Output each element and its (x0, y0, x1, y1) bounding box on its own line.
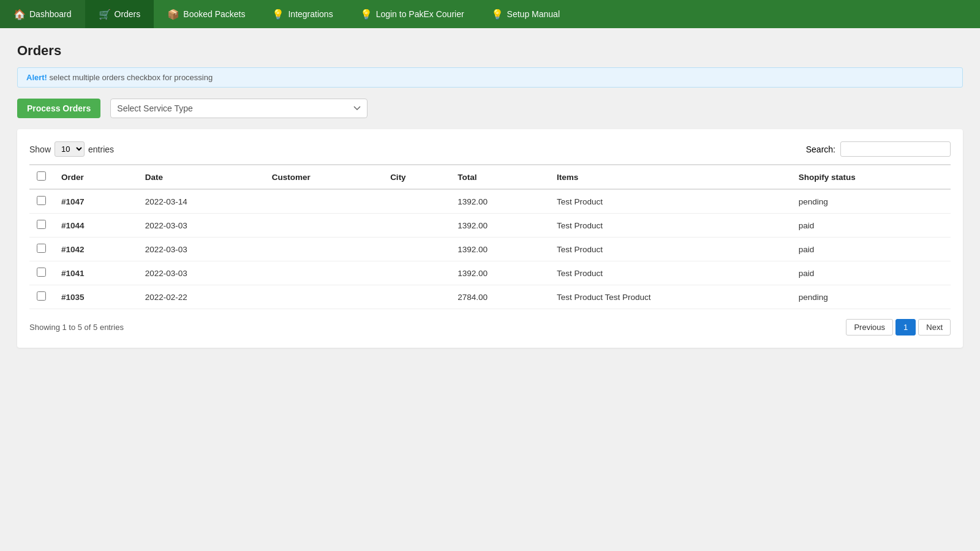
main-nav: 🏠 Dashboard 🛒 Orders 📦 Booked Packets 💡 … (0, 0, 980, 28)
col-date: Date (138, 165, 265, 189)
row-checkbox-cell (29, 189, 54, 214)
pagination-buttons: Previous 1 Next (846, 319, 951, 335)
row-checkbox-0[interactable] (37, 196, 46, 205)
nav-integrations[interactable]: 💡 Integrations (258, 0, 346, 28)
row-status: pending (791, 285, 951, 309)
row-checkbox-3[interactable] (37, 268, 46, 277)
nav-orders[interactable]: 🛒 Orders (85, 0, 154, 28)
search-input[interactable] (840, 141, 951, 157)
page-title: Orders (17, 43, 963, 59)
entries-select[interactable]: 10 25 50 (55, 141, 85, 157)
row-customer (265, 238, 383, 261)
nav-setup-manual[interactable]: 💡 Setup Manual (478, 0, 573, 28)
previous-button[interactable]: Previous (846, 319, 893, 335)
row-checkbox-cell (29, 261, 54, 285)
row-city (383, 261, 450, 285)
row-order: #1044 (54, 214, 138, 238)
nav-booked-packets-label: Booked Packets (183, 9, 245, 19)
pagination: Showing 1 to 5 of 5 entries Previous 1 N… (29, 319, 951, 335)
col-total: Total (450, 165, 549, 189)
nav-dashboard[interactable]: 🏠 Dashboard (0, 0, 85, 28)
alert-text: select multiple orders checkbox for proc… (50, 73, 213, 82)
table-controls: Show 10 25 50 entries Search: (29, 141, 951, 157)
alert-banner: Alert! select multiple orders checkbox f… (17, 67, 963, 88)
orders-page: Orders Alert! select multiple orders che… (0, 28, 980, 362)
row-checkbox-cell (29, 214, 54, 238)
row-city (383, 238, 450, 261)
orders-card: Show 10 25 50 entries Search: (17, 129, 963, 348)
row-order: #1042 (54, 238, 138, 261)
row-checkbox-cell (29, 285, 54, 309)
row-items: Test Product (549, 214, 791, 238)
home-icon: 🏠 (13, 9, 26, 20)
nav-integrations-label: Integrations (288, 9, 333, 19)
next-button[interactable]: Next (918, 319, 951, 335)
row-items: Test Product Test Product (549, 285, 791, 309)
table-header-row: Order Date Customer City Total Items Sho… (29, 165, 951, 189)
select-all-checkbox[interactable] (37, 171, 46, 181)
page-1-button[interactable]: 1 (895, 319, 916, 335)
row-city (383, 285, 450, 309)
orders-icon: 🛒 (99, 9, 111, 20)
row-checkbox-4[interactable] (37, 291, 46, 301)
row-total: 1392.00 (450, 189, 549, 214)
nav-login-pakex-label: Login to PakEx Courier (376, 9, 464, 19)
col-shopify-status: Shopify status (791, 165, 951, 189)
show-entries: Show 10 25 50 entries (29, 141, 114, 157)
process-orders-button[interactable]: Process Orders (17, 99, 100, 118)
row-items: Test Product (549, 261, 791, 285)
row-total: 2784.00 (450, 285, 549, 309)
login-icon: 💡 (360, 9, 372, 20)
entries-label: entries (88, 144, 114, 154)
row-customer (265, 214, 383, 238)
row-customer (265, 189, 383, 214)
row-total: 1392.00 (450, 214, 549, 238)
row-checkbox-2[interactable] (37, 244, 46, 253)
row-date: 2022-03-14 (138, 189, 265, 214)
row-status: pending (791, 189, 951, 214)
table-body: #1047 2022-03-14 1392.00 Test Product pe… (29, 189, 951, 309)
table-row: #1035 2022-02-22 2784.00 Test Product Te… (29, 285, 951, 309)
col-order: Order (54, 165, 138, 189)
packets-icon: 📦 (167, 9, 179, 20)
table-row: #1041 2022-03-03 1392.00 Test Product pa… (29, 261, 951, 285)
show-label: Show (29, 144, 51, 154)
row-city (383, 189, 450, 214)
nav-orders-label: Orders (115, 9, 141, 19)
orders-table: Order Date Customer City Total Items Sho… (29, 164, 951, 309)
row-city (383, 214, 450, 238)
row-status: paid (791, 214, 951, 238)
row-items: Test Product (549, 238, 791, 261)
nav-setup-manual-label: Setup Manual (507, 9, 560, 19)
row-checkbox-1[interactable] (37, 220, 46, 229)
row-total: 1392.00 (450, 261, 549, 285)
row-date: 2022-03-03 (138, 214, 265, 238)
nav-login-pakex[interactable]: 💡 Login to PakEx Courier (347, 0, 478, 28)
table-row: #1044 2022-03-03 1392.00 Test Product pa… (29, 214, 951, 238)
row-status: paid (791, 261, 951, 285)
search-label: Search: (806, 144, 835, 154)
col-checkbox (29, 165, 54, 189)
nav-booked-packets[interactable]: 📦 Booked Packets (154, 0, 258, 28)
row-customer (265, 261, 383, 285)
integrations-icon: 💡 (272, 9, 284, 20)
nav-dashboard-label: Dashboard (29, 9, 72, 19)
col-city: City (383, 165, 450, 189)
row-customer (265, 285, 383, 309)
row-total: 1392.00 (450, 238, 549, 261)
toolbar: Process Orders Select Service Type (17, 99, 963, 118)
alert-prefix: Alert! (26, 73, 47, 82)
col-items: Items (549, 165, 791, 189)
table-row: #1042 2022-03-03 1392.00 Test Product pa… (29, 238, 951, 261)
row-status: paid (791, 238, 951, 261)
col-customer: Customer (265, 165, 383, 189)
row-order: #1041 (54, 261, 138, 285)
search-box: Search: (806, 141, 951, 157)
service-type-select[interactable]: Select Service Type (110, 99, 368, 118)
table-row: #1047 2022-03-14 1392.00 Test Product pe… (29, 189, 951, 214)
row-items: Test Product (549, 189, 791, 214)
row-order: #1035 (54, 285, 138, 309)
row-date: 2022-03-03 (138, 261, 265, 285)
showing-text: Showing 1 to 5 of 5 entries (29, 323, 124, 332)
row-order: #1047 (54, 189, 138, 214)
